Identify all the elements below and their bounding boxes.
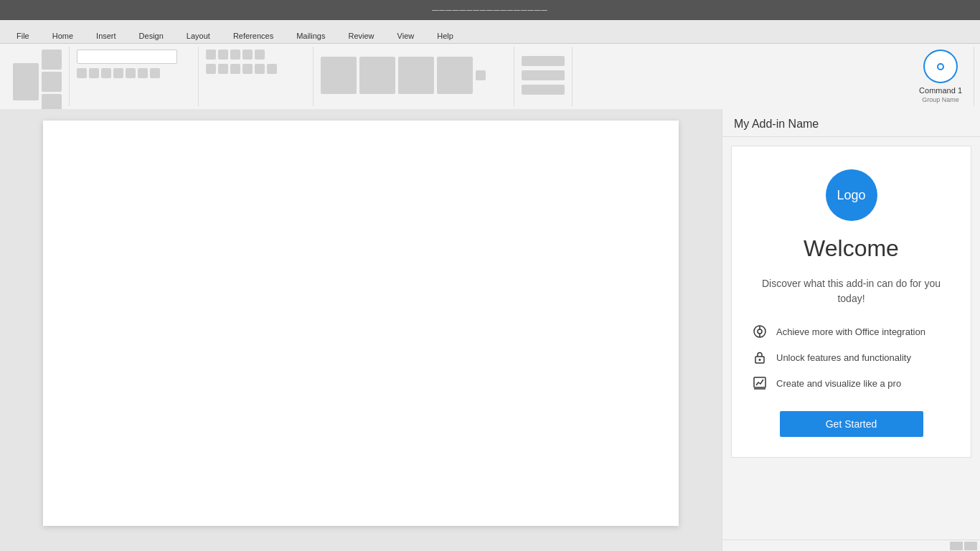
style-heading1[interactable] bbox=[359, 57, 395, 94]
tab-references[interactable]: References bbox=[222, 28, 284, 43]
font-label bbox=[77, 100, 191, 103]
align-center-button[interactable] bbox=[218, 64, 228, 74]
replace-button[interactable] bbox=[522, 70, 565, 80]
strikethrough-button[interactable] bbox=[113, 68, 123, 78]
document-area bbox=[0, 109, 722, 551]
decrease-indent-button[interactable] bbox=[242, 50, 253, 60]
cut-button[interactable] bbox=[42, 50, 62, 70]
tab-review[interactable]: Review bbox=[338, 28, 385, 43]
feature-item-2: Create and visualize like a pro bbox=[752, 375, 951, 391]
svg-point-5 bbox=[759, 359, 761, 361]
highlight-button[interactable] bbox=[150, 68, 160, 78]
style-title[interactable] bbox=[437, 57, 473, 94]
bold-button[interactable] bbox=[77, 68, 87, 78]
addin-card: Logo Welcome Discover what this add-in c… bbox=[731, 146, 971, 458]
ribbon-section-paragraph bbox=[199, 47, 314, 106]
align-left-button[interactable] bbox=[206, 64, 216, 74]
get-started-button[interactable]: Get Started bbox=[780, 411, 923, 437]
tab-help[interactable]: Help bbox=[426, 28, 464, 43]
scroll-right-button[interactable] bbox=[964, 542, 977, 550]
line-spacing-button[interactable] bbox=[255, 64, 265, 74]
svg-point-1 bbox=[758, 329, 762, 334]
paste-button[interactable] bbox=[13, 63, 39, 100]
copy-button[interactable] bbox=[42, 72, 62, 92]
ribbon-body: Command 1 Group Name bbox=[0, 43, 980, 109]
italic-button[interactable] bbox=[89, 68, 99, 78]
select-button[interactable] bbox=[522, 85, 565, 95]
shading-button[interactable] bbox=[267, 64, 277, 74]
bullets-button[interactable] bbox=[206, 50, 216, 60]
feature-text-2: Create and visualize like a pro bbox=[776, 378, 901, 389]
style-heading2[interactable] bbox=[398, 57, 434, 94]
ribbon-section-styles bbox=[314, 47, 514, 106]
group-name-label: Group Name bbox=[922, 96, 959, 103]
sidebar: My Add-in Name Logo Welcome Discover wha… bbox=[722, 109, 980, 551]
color-button[interactable] bbox=[138, 68, 148, 78]
command1-icon bbox=[937, 63, 944, 70]
addin-logo-text: Logo bbox=[837, 188, 865, 203]
main-area: My Add-in Name Logo Welcome Discover wha… bbox=[0, 109, 980, 551]
command-group: Command 1 Group Name bbox=[908, 47, 974, 106]
ribbon-section-font bbox=[70, 47, 199, 106]
scroll-left-button[interactable] bbox=[950, 542, 963, 550]
underline-button[interactable] bbox=[101, 68, 111, 78]
integration-icon bbox=[752, 324, 768, 339]
lock-icon bbox=[752, 349, 768, 365]
addin-features: Achieve more with Office integration Unl… bbox=[752, 324, 951, 391]
tab-design[interactable]: Design bbox=[128, 28, 174, 43]
addin-description: Discover what this add-in can do for you… bbox=[752, 276, 951, 306]
tab-view[interactable]: View bbox=[387, 28, 425, 43]
document-page bbox=[43, 121, 679, 526]
multilevel-button[interactable] bbox=[230, 50, 240, 60]
numbering-button[interactable] bbox=[218, 50, 228, 60]
feature-text-1: Unlock features and functionality bbox=[776, 352, 911, 363]
tab-file[interactable]: File bbox=[6, 28, 40, 43]
addin-logo: Logo bbox=[826, 169, 877, 221]
tab-layout[interactable]: Layout bbox=[176, 28, 221, 43]
justify-button[interactable] bbox=[242, 64, 253, 74]
addin-welcome-title: Welcome bbox=[804, 235, 899, 262]
tab-home[interactable]: Home bbox=[42, 28, 84, 43]
command1-label: Command 1 bbox=[919, 86, 962, 95]
increase-indent-button[interactable] bbox=[255, 50, 265, 60]
editing-label bbox=[522, 100, 565, 103]
align-right-button[interactable] bbox=[230, 64, 240, 74]
find-button[interactable] bbox=[522, 56, 565, 66]
ribbon-tabs: File Home Insert Design Layout Reference… bbox=[0, 20, 980, 43]
bottom-bar bbox=[722, 540, 980, 551]
ribbon-section-clipboard bbox=[6, 47, 70, 106]
title-bar-text: ───────────────── bbox=[432, 5, 548, 15]
feature-item-1: Unlock features and functionality bbox=[752, 349, 951, 365]
tab-mailings[interactable]: Mailings bbox=[286, 28, 336, 43]
paragraph-label bbox=[206, 100, 306, 103]
command1-button[interactable] bbox=[923, 50, 958, 83]
feature-text-0: Achieve more with Office integration bbox=[776, 326, 925, 337]
font-family-dropdown[interactable] bbox=[77, 50, 177, 64]
feature-item-0: Achieve more with Office integration bbox=[752, 324, 951, 339]
sidebar-title: My Add-in Name bbox=[722, 109, 980, 137]
style-normal[interactable] bbox=[321, 57, 357, 94]
chart-icon bbox=[752, 375, 768, 391]
tab-insert[interactable]: Insert bbox=[85, 28, 127, 43]
style-more-button[interactable] bbox=[476, 70, 486, 80]
ribbon-section-editing bbox=[514, 47, 573, 106]
svg-rect-6 bbox=[754, 377, 765, 387]
styles-label bbox=[321, 100, 507, 103]
title-bar: ───────────────── bbox=[0, 0, 980, 20]
subscript-button[interactable] bbox=[126, 68, 136, 78]
ribbon-spacer bbox=[573, 47, 908, 106]
